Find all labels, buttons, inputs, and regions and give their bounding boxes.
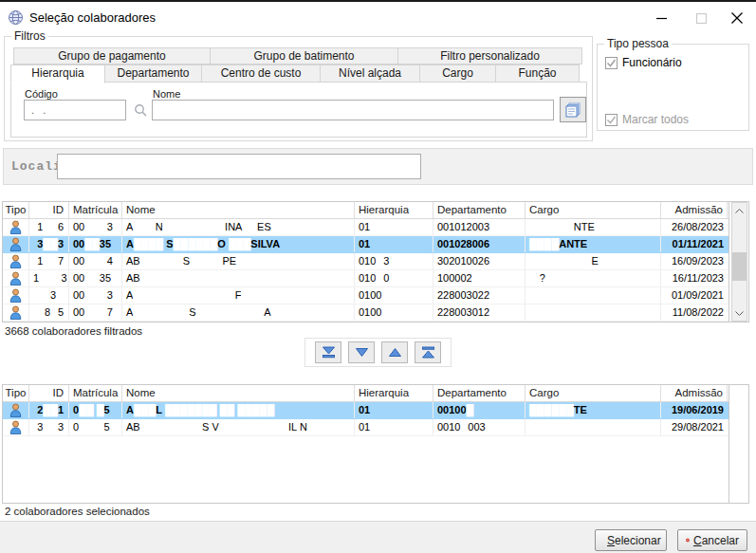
nome-list-button[interactable] bbox=[560, 97, 586, 122]
filtros-label: Filtros bbox=[11, 29, 48, 43]
redacted-text: ██████████ bbox=[158, 289, 232, 301]
column-header-cargo[interactable]: Cargo bbox=[526, 385, 661, 401]
cell-cargo: █ ?██ ███ bbox=[526, 270, 661, 286]
table-row[interactable]: 2██10██ █5A███L ███████ ██ █████0100100█… bbox=[3, 402, 728, 419]
redacted-text: █ bbox=[133, 306, 140, 318]
cell-matrícula: 00███3 bbox=[69, 287, 122, 304]
column-header-admissão[interactable]: Admissão bbox=[661, 202, 728, 218]
column-header-tipo[interactable]: Tipo bbox=[3, 202, 29, 218]
column-header-matrícula[interactable]: Matrícula bbox=[69, 202, 122, 218]
scroll-down-icon[interactable] bbox=[732, 305, 747, 321]
table-row[interactable]: 1███300██35AB█████ █ ████████ ██010█0100… bbox=[3, 270, 728, 287]
redacted-text: ███ bbox=[84, 306, 106, 318]
table-row[interactable]: 3█00███3A███ ██████████ F█████0100█22800… bbox=[3, 287, 728, 304]
selecionar-label: Selecionar bbox=[607, 534, 661, 547]
cell-departamento: 228003022 bbox=[433, 287, 526, 304]
footer-bar: Selecionar Cancelar bbox=[0, 521, 756, 553]
tab-hierarquia[interactable]: Hierarquia bbox=[10, 65, 105, 83]
column-header-nome[interactable]: Nome bbox=[122, 385, 355, 401]
column-header-departamento[interactable]: Departamento bbox=[433, 385, 526, 401]
column-header-departamento[interactable]: Departamento bbox=[433, 202, 526, 218]
tab-fun-o[interactable]: Função bbox=[496, 65, 580, 83]
redacted-text: █ bbox=[562, 306, 569, 318]
vertical-scrollbar[interactable] bbox=[731, 202, 747, 322]
move-all-up-button[interactable] bbox=[415, 341, 441, 363]
tab-grupo-de-batimento[interactable]: Grupo de batimento bbox=[211, 47, 398, 65]
table-row[interactable]: 3██300██35A████ S██████O ███SILVA0100102… bbox=[3, 236, 728, 253]
tab-departamento[interactable]: Departamento bbox=[105, 65, 202, 83]
redacted-text: ████ bbox=[529, 238, 559, 249]
redacted-text: ██ bbox=[172, 306, 187, 318]
cell-hierarquia: 010█0 bbox=[355, 270, 433, 286]
selected-table-body: TipoIDMatrículaNomeHierarquiaDepartament… bbox=[3, 385, 729, 503]
minimize-button[interactable] bbox=[646, 7, 676, 29]
maximize-button[interactable] bbox=[686, 7, 716, 29]
redacted-text: ██ bbox=[220, 404, 235, 415]
move-up-button[interactable] bbox=[381, 341, 408, 363]
column-header-id[interactable]: ID bbox=[29, 202, 69, 218]
column-header-matrícula[interactable]: Matrícula bbox=[69, 385, 122, 401]
localizar-input[interactable] bbox=[57, 154, 421, 179]
tab-cargo[interactable]: Cargo bbox=[420, 65, 496, 83]
column-header-tipo[interactable]: Tipo bbox=[3, 385, 29, 401]
redacted-text: ██ bbox=[43, 255, 58, 267]
redacted-text: ██ bbox=[545, 272, 561, 284]
redacted-text: ███ bbox=[140, 255, 162, 267]
table-row[interactable]: 8█500███7A█ ██ █ ██ S███ █ ██ ██A0100█22… bbox=[3, 304, 728, 322]
nome-label: Nome bbox=[153, 88, 180, 100]
cell-admissão: 01/11/2021 bbox=[661, 236, 728, 252]
redacted-text: ████ bbox=[134, 238, 163, 249]
redacted-text: █ bbox=[381, 289, 389, 301]
redacted-text: ██ bbox=[165, 255, 180, 267]
selecionar-button[interactable]: Selecionar bbox=[595, 529, 667, 551]
cell-cargo: ██████TE bbox=[526, 402, 661, 418]
table-row[interactable]: 1██600███3A███N██ ██████INA██ES010010120… bbox=[3, 219, 728, 236]
cell-id: 3█ bbox=[29, 287, 69, 304]
redacted-text: ██ bbox=[140, 421, 156, 433]
column-header-nome[interactable]: Nome bbox=[122, 202, 355, 218]
cell-departamento: 100002 bbox=[433, 270, 526, 286]
redacted-text: ██ bbox=[43, 221, 58, 232]
column-header-cargo[interactable]: Cargo bbox=[526, 202, 661, 218]
move-all-up-icon bbox=[421, 346, 435, 359]
redacted-text: ██ bbox=[84, 238, 100, 249]
redacted-text: █ bbox=[97, 421, 104, 433]
person-icon bbox=[3, 236, 29, 252]
redacted-text: ██ bbox=[143, 306, 158, 318]
column-header-id[interactable]: ID bbox=[29, 385, 69, 401]
person-icon bbox=[3, 419, 29, 435]
tab-centro-de-custo[interactable]: Centro de custo bbox=[202, 65, 321, 83]
selected-status: 2 colaboradores selecionados bbox=[5, 506, 150, 517]
copy-list-icon bbox=[564, 101, 581, 119]
scroll-up-icon[interactable] bbox=[732, 203, 747, 218]
table-row[interactable]: 1██700███4AB███ ██ S████ PE█████010█3302… bbox=[3, 253, 728, 270]
cell-hierarquia: 0100█ bbox=[355, 287, 433, 304]
codigo-input[interactable] bbox=[24, 100, 126, 120]
redacted-text: █ bbox=[580, 289, 587, 301]
column-header-admissão[interactable]: Admissão bbox=[661, 385, 728, 401]
scrollbar-thumb[interactable] bbox=[732, 252, 747, 281]
magnifier-icon[interactable] bbox=[134, 103, 148, 118]
funcionario-checkbox[interactable]: Funcionário bbox=[605, 56, 682, 69]
tab-n-vel-al-ada[interactable]: Nível alçada bbox=[321, 65, 420, 83]
redacted-text: █ bbox=[97, 404, 104, 415]
tab-filtro-personalizado[interactable]: Filtro personalizado bbox=[398, 47, 582, 65]
nome-input[interactable] bbox=[152, 100, 554, 120]
redacted-text: █████ bbox=[242, 289, 279, 301]
checkbox-checked-icon bbox=[605, 114, 618, 126]
cancelar-button[interactable]: Cancelar bbox=[677, 529, 747, 551]
cell-nome: AB███ ██ S████ PE█████ bbox=[122, 253, 355, 269]
column-header-hierarquia[interactable]: Hierarquia bbox=[355, 202, 433, 218]
column-header-hierarquia[interactable]: Hierarquia bbox=[355, 385, 433, 401]
filtered-table: TipoIDMatrículaNomeHierarquiaDepartament… bbox=[2, 201, 749, 323]
redacted-text: ██ bbox=[273, 421, 288, 433]
table-row[interactable]: 3██30██ █5AB██ ██████S V███████ ██IL N██… bbox=[3, 419, 728, 436]
close-button[interactable] bbox=[722, 7, 752, 29]
redacted-text: █ bbox=[381, 306, 389, 318]
move-all-down-button[interactable] bbox=[315, 341, 341, 363]
person-icon bbox=[3, 402, 29, 418]
redacted-text: ███ bbox=[529, 421, 551, 433]
move-down-button[interactable] bbox=[348, 341, 375, 363]
cell-admissão: 29/08/2021 bbox=[661, 419, 728, 435]
tab-grupo-de-pagamento[interactable]: Grupo de pagamento bbox=[13, 47, 211, 65]
